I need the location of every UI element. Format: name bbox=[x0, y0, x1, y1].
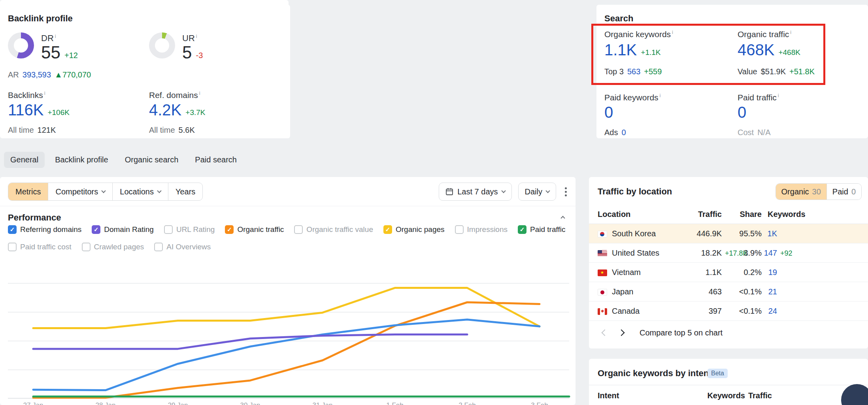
prev-page-chevron-icon[interactable] bbox=[602, 330, 608, 336]
next-page-chevron-icon[interactable] bbox=[618, 330, 625, 336]
info-icon[interactable]: i bbox=[55, 33, 56, 39]
beta-badge: Beta bbox=[708, 369, 728, 378]
top3-value[interactable]: 563 bbox=[627, 67, 640, 76]
toggle-organic[interactable]: Organic30 bbox=[776, 184, 826, 200]
ads-value[interactable]: 0 bbox=[621, 128, 626, 137]
traffic-by-location-title: Traffic by location bbox=[598, 186, 672, 197]
metric-checkbox-paid-traffic[interactable]: ✓Paid traffic bbox=[518, 225, 565, 234]
metric-checkbox-ai-overviews[interactable]: AI Overviews bbox=[154, 243, 211, 251]
segment-competitors[interactable]: Competitors bbox=[48, 183, 112, 200]
segment-metrics[interactable]: Metrics bbox=[8, 183, 48, 200]
x-axis-label: 31 Jan bbox=[312, 401, 332, 405]
metric-checkbox-label: Organic pages bbox=[396, 225, 445, 234]
paid-traffic-number[interactable]: 0 bbox=[738, 104, 746, 121]
organic-traffic-sub: Value $51.9K +51.8K bbox=[738, 67, 815, 76]
backlinks-alltime: All time 121K bbox=[8, 126, 56, 135]
paid-keywords-value: 0 bbox=[604, 104, 613, 121]
tab-backlink-profile[interactable]: Backlink profile bbox=[49, 152, 115, 168]
collapse-chevron-icon[interactable] bbox=[560, 216, 565, 220]
date-range-button[interactable]: Last 7 days bbox=[439, 183, 511, 201]
chevron-down-icon bbox=[501, 188, 506, 193]
table-row-south-korea: South Korea446.9K95.5%1K bbox=[589, 224, 868, 243]
x-axis-label: 30 Jan bbox=[240, 401, 260, 405]
metric-checkbox-label: Crawled pages bbox=[94, 243, 144, 251]
keywords-link[interactable]: 21 bbox=[768, 287, 777, 296]
location-name: United States bbox=[612, 249, 659, 258]
table-row-canada: Canada397<0.1%24 bbox=[589, 301, 868, 321]
ref-domains-label: Ref. domainsi bbox=[149, 90, 200, 100]
info-icon[interactable]: i bbox=[44, 90, 45, 96]
checked-checkbox-icon: ✓ bbox=[8, 225, 17, 234]
info-icon[interactable]: i bbox=[778, 92, 779, 98]
granularity-button[interactable]: Daily bbox=[518, 183, 556, 201]
col-intent: Intent bbox=[598, 391, 619, 400]
flag-icon-kr bbox=[598, 231, 607, 237]
toggle-label: Paid bbox=[832, 184, 848, 200]
segment-label: Competitors bbox=[55, 183, 98, 200]
metric-checkbox-crawled-pages[interactable]: Crawled pages bbox=[82, 243, 144, 251]
more-options-button[interactable] bbox=[562, 185, 569, 199]
traffic-by-location-card: Traffic by location Organic30Paid0 Locat… bbox=[589, 177, 868, 348]
paid-traffic-sub: Cost N/A bbox=[738, 128, 770, 137]
info-icon[interactable]: i bbox=[672, 29, 673, 35]
keywords-link[interactable]: 24 bbox=[768, 307, 777, 316]
tab-general[interactable]: General bbox=[4, 152, 45, 168]
metric-checkbox-label: AI Overviews bbox=[166, 243, 211, 251]
metric-checkbox-label: Organic traffic bbox=[237, 225, 284, 234]
ar-value[interactable]: 393,593 bbox=[23, 70, 51, 79]
metric-checkbox-domain-rating[interactable]: ✓Domain Rating bbox=[92, 225, 154, 234]
toggle-paid[interactable]: Paid0 bbox=[826, 184, 861, 200]
keywords-link[interactable]: 147 bbox=[764, 249, 777, 258]
info-icon[interactable]: i bbox=[196, 33, 197, 39]
backlinks-number[interactable]: 116K bbox=[8, 101, 43, 119]
traffic-value: 1.1K bbox=[706, 268, 722, 277]
info-icon[interactable]: i bbox=[790, 29, 791, 35]
segment-label: Years bbox=[175, 183, 195, 200]
dr-delta: +12 bbox=[64, 51, 78, 62]
organic-keywords-number[interactable]: 1.1K bbox=[604, 41, 637, 59]
checked-checkbox-icon: ✓ bbox=[92, 225, 100, 234]
metric-checkbox-organic-traffic[interactable]: ✓Organic traffic bbox=[225, 225, 284, 234]
ur-value: 5 -3 bbox=[182, 43, 203, 62]
metric-checkbox-label: Paid traffic cost bbox=[20, 243, 72, 251]
keywords-link[interactable]: 19 bbox=[768, 268, 777, 277]
metric-checkbox-referring-domains[interactable]: ✓Referring domains bbox=[8, 225, 81, 234]
info-icon[interactable]: i bbox=[660, 92, 661, 98]
x-axis-label: 3 Feb bbox=[531, 401, 548, 405]
keywords-by-intent-card: Organic keywords by intent Beta Intent K… bbox=[589, 359, 868, 405]
calendar-icon bbox=[445, 188, 453, 196]
tab-paid-search[interactable]: Paid search bbox=[189, 152, 243, 168]
info-icon[interactable]: i bbox=[199, 90, 200, 96]
tab-organic-search[interactable]: Organic search bbox=[119, 152, 185, 168]
ref-domains-number[interactable]: 4.2K bbox=[149, 101, 181, 119]
metric-checkbox-paid-traffic-cost[interactable]: Paid traffic cost bbox=[8, 243, 72, 251]
location-name: Japan bbox=[612, 287, 634, 296]
metric-checkbox-impressions[interactable]: Impressions bbox=[455, 225, 508, 234]
col-share: Share bbox=[740, 210, 762, 219]
metric-checkbox-url-rating[interactable]: URL Rating bbox=[164, 225, 215, 234]
search-title: Search bbox=[604, 13, 633, 24]
paid-traffic-label: Paid traffici bbox=[738, 92, 779, 102]
filter-segments: MetricsCompetitorsLocationsYears bbox=[8, 183, 203, 201]
segment-locations[interactable]: Locations bbox=[112, 183, 168, 200]
paid-keywords-number[interactable]: 0 bbox=[604, 104, 613, 121]
backlinks-value: 116K +106K bbox=[8, 101, 70, 119]
metric-checkbox-organic-traffic-value[interactable]: Organic traffic value bbox=[294, 225, 373, 234]
metric-checkbox-organic-pages[interactable]: ✓Organic pages bbox=[383, 225, 445, 234]
metric-checkbox-label: URL Rating bbox=[176, 225, 215, 234]
chevron-down-icon bbox=[545, 188, 550, 193]
ref-domains-value: 4.2K +3.7K bbox=[149, 101, 205, 119]
metric-checkboxes-row-2: Paid traffic costCrawled pagesAI Overvie… bbox=[8, 243, 211, 251]
compare-top5-link[interactable]: Compare top 5 on chart bbox=[640, 328, 723, 337]
performance-title: Performance bbox=[8, 213, 61, 223]
flag-icon-vn bbox=[598, 269, 607, 276]
col-traffic: Traffic bbox=[748, 391, 772, 400]
unchecked-checkbox-icon bbox=[8, 243, 17, 251]
ur-donut-chart bbox=[149, 32, 175, 58]
keywords-link[interactable]: 1K bbox=[768, 229, 777, 238]
segment-years[interactable]: Years bbox=[168, 183, 202, 200]
segment-label: Locations bbox=[120, 183, 154, 200]
organic-traffic-number[interactable]: 468K bbox=[738, 41, 774, 59]
backlink-profile-title: Backlink profile bbox=[8, 13, 73, 24]
checked-checkbox-icon: ✓ bbox=[225, 225, 234, 234]
